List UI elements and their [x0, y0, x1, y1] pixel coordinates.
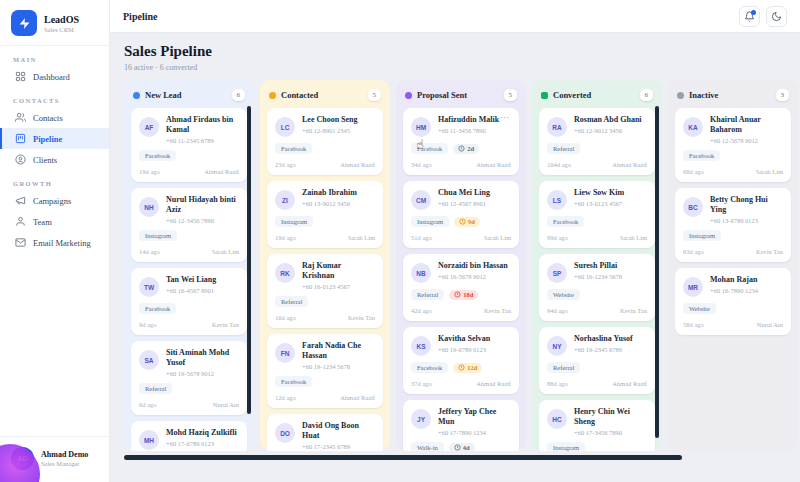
column-cards: LC Lee Choon Seng +60 12-8901 2345 Faceb… [260, 108, 390, 451]
lead-card[interactable]: NB Norzaidi bin Hassan +60 16-5678 9012 … [403, 254, 519, 321]
column-header: Contacted 5 [260, 80, 390, 108]
source-tag: Facebook [139, 150, 176, 161]
avatar: LC [275, 117, 295, 137]
lead-card[interactable]: RA Rosman Abd Ghani +60 12-9012 3456 Ref… [539, 108, 655, 175]
avatar: RA [547, 117, 567, 137]
card-age: 37d ago [411, 380, 432, 387]
page-breadcrumb-title: Pipeline [123, 11, 157, 22]
lead-card[interactable]: SA Siti Aminah Mohd Yusof +60 19-5678 90… [131, 341, 247, 415]
avatar: LS [547, 190, 567, 210]
avatar: SA [139, 350, 159, 370]
stale-age-badge: 2d [453, 144, 479, 154]
lead-name: Chua Mei Ling [438, 188, 490, 198]
lead-card[interactable]: JY Jeffery Yap Chee Mun +60 17-7890 1234… [403, 400, 519, 451]
nav-section-main: MAIN [0, 46, 109, 66]
lead-name: David Ong Boon Huat [302, 421, 375, 441]
notifications-button[interactable] [739, 6, 760, 27]
dark-mode-toggle[interactable] [766, 6, 787, 27]
sidebar-item-pipeline[interactable]: Pipeline [0, 128, 109, 149]
lead-phone: +60 19-6789 0123 [438, 346, 490, 353]
lead-card[interactable]: DO David Ong Boon Huat +60 17-2345 6789 … [267, 414, 383, 451]
source-tag: Instagram [683, 230, 721, 241]
sidebar: LeadOS Sales CRM MAIN Dashboard CONTACTS… [0, 0, 110, 482]
app-tagline: Sales CRM [44, 26, 79, 33]
horizontal-scrollbar[interactable] [124, 455, 682, 460]
sidebar-item-dashboard[interactable]: Dashboard [0, 66, 109, 87]
user-role: Sales Manager [41, 460, 88, 467]
card-owner: Ahmad Razif [612, 380, 647, 387]
lead-name: Norhaslina Yusof [574, 334, 633, 344]
sidebar-item-team[interactable]: Team [0, 211, 109, 232]
card-menu-icon[interactable]: ⋯ [500, 112, 511, 123]
avatar: HM [411, 117, 431, 137]
avatar: NY [547, 336, 567, 356]
user-icon [15, 216, 26, 227]
lead-name: Khairul Anuar Baharom [710, 115, 783, 135]
card-owner: Ahmad Razif [476, 380, 511, 387]
lead-card[interactable]: NY Norhaslina Yusof +60 19-2345 6789 Ref… [539, 327, 655, 394]
card-owner: Ahmad Razif [476, 161, 511, 168]
avatar: HC [547, 409, 567, 429]
sidebar-item-clients[interactable]: Clients [0, 149, 109, 170]
main-content: Sales Pipeline 16 active · 6 converted N… [110, 33, 800, 482]
sidebar-item-label: Email Marketing [33, 238, 91, 248]
column-scrollbar[interactable] [247, 106, 251, 414]
sidebar-item-contacts[interactable]: Contacts [0, 107, 109, 128]
card-age: 51d ago [411, 234, 432, 241]
avatar: ZI [275, 190, 295, 210]
lead-name: Liew Sow Kim [574, 188, 624, 198]
column-scrollbar[interactable] [655, 106, 659, 438]
column-status-dot [405, 92, 412, 99]
lead-card[interactable]: LC Lee Choon Seng +60 12-8901 2345 Faceb… [267, 108, 383, 175]
lead-card[interactable]: HC Henry Chin Wei Sheng +60 17-3456 7890… [539, 400, 655, 451]
lead-name: Rosman Abd Ghani [574, 115, 642, 125]
avatar: KS [411, 336, 431, 356]
lead-card[interactable]: KS Kavitha Selvan +60 19-6789 0123 Faceb… [403, 327, 519, 394]
page-subtitle: 16 active · 6 converted [124, 63, 796, 72]
source-tag: Instagram [411, 216, 449, 227]
sidebar-item-campaigns[interactable]: Campaigns [0, 190, 109, 211]
lead-card[interactable]: SP Suresh Pillai +60 16-1234 5678 Websit… [539, 254, 655, 321]
lead-card[interactable]: AF Ahmad Firdaus bin Kamal +60 11-2345 6… [131, 108, 247, 182]
user-circle-icon [15, 154, 26, 165]
clock-icon [458, 364, 465, 371]
lead-card[interactable]: LS Liew Sow Kim +60 13-0123 4567 Faceboo… [539, 181, 655, 248]
lead-card[interactable]: BC Betty Chong Hui Ying +60 13-6789 0123… [675, 188, 791, 262]
lead-card[interactable]: CM Chua Mei Ling +60 12-4567 8901 Instag… [403, 181, 519, 248]
card-age: 19d ago [275, 234, 296, 241]
card-age: 14d ago [139, 248, 160, 255]
sidebar-item-email-marketing[interactable]: Email Marketing [0, 232, 109, 253]
topbar: Pipeline [110, 0, 800, 33]
avatar: MR [683, 277, 703, 297]
lead-card[interactable]: ZI Zainab Ibrahim +60 13-9012 3456 Insta… [267, 181, 383, 248]
avatar: DO [275, 423, 295, 443]
column-cards: AF Ahmad Firdaus bin Kamal +60 11-2345 6… [124, 108, 254, 451]
lead-card[interactable]: TW Tan Wei Liang +60 16-4567 8901 Facebo… [131, 268, 247, 335]
lead-card[interactable]: RK Raj Kumar Krishnan +60 16-0123 4567 R… [267, 254, 383, 328]
sidebar-item-label: Contacts [33, 113, 63, 123]
sidebar-item-label: Dashboard [33, 72, 70, 82]
lead-card[interactable]: NH Nurul Hidayah binti Aziz +60 12-3456 … [131, 188, 247, 262]
column-status-dot [541, 92, 548, 99]
source-tag: Website [547, 289, 580, 300]
pipeline-column: Contacted 5 LC Lee Choon Seng +60 12-890… [260, 80, 390, 451]
lead-card[interactable]: MH Mohd Haziq Zulkifli +60 17-6789 0123 … [131, 421, 247, 451]
lead-card[interactable]: MR Mohan Rajan +60 16-7890 1234 Website [675, 268, 791, 335]
lead-phone: +60 19-2345 6789 [574, 346, 633, 353]
column-header: New Lead 6 [124, 80, 254, 108]
avatar: FN [275, 343, 295, 363]
lead-card[interactable]: KA Khairul Anuar Baharom +60 12-5678 901… [675, 108, 791, 182]
source-tag: Referral [547, 362, 580, 373]
lightning-bolt-icon [11, 10, 37, 36]
column-header: Proposal Sent 5 [396, 80, 526, 108]
clock-icon [458, 145, 465, 152]
lead-name: Mohan Rajan [710, 275, 758, 285]
stale-age-badge: 18d [449, 290, 478, 300]
lead-card[interactable]: FN Farah Nadia Che Hassan +60 19-1234 56… [267, 334, 383, 408]
card-owner: Kevin Tan [212, 321, 239, 328]
card-age: 58d ago [683, 321, 704, 328]
current-user[interactable]: AD Ahmad Demo Sales Manager [0, 436, 109, 482]
lead-name: Lee Choon Seng [302, 115, 358, 125]
lead-phone: +60 12-4567 8901 [438, 200, 490, 207]
app-logo: LeadOS Sales CRM [0, 0, 109, 46]
